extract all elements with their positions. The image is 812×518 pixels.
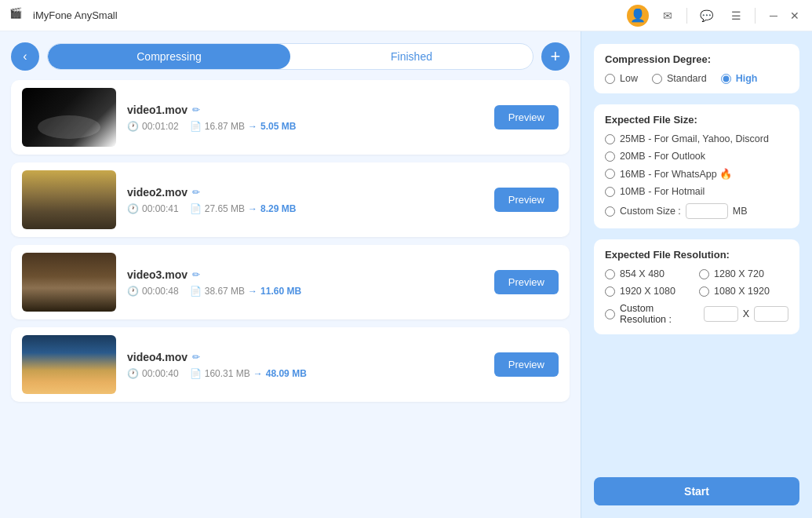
size-20mb-radio[interactable] [605,151,615,162]
custom-res-width-input[interactable] [704,306,738,322]
res-1920x1080-radio[interactable] [605,286,615,297]
size-unit-label: MB [733,206,748,217]
video-name-row-2: video2.mov ✏ [127,186,483,199]
back-button[interactable]: ‹ [11,42,39,71]
table-row: video4.mov ✏ 🕐 00:00:40 📄 160.31 MB → 48… [11,327,570,402]
size-25mb[interactable]: 25MB - For Gmail, Yahoo, Discord [605,133,788,144]
size-10mb-label: 10MB - For Hotmail [620,186,705,197]
size-custom-radio[interactable] [605,206,615,217]
size-custom-label: Custom Size : [620,206,681,217]
compression-degree-title: Compression Degree: [605,53,788,65]
mail-icon[interactable]: ✉ [657,5,679,27]
video-thumbnail-3 [22,253,116,312]
res-854x480-radio[interactable] [605,269,615,279]
res-1080x1920-radio[interactable] [699,286,709,297]
menu-icon[interactable]: ☰ [725,5,747,27]
res-1280x720-label: 1280 X 720 [714,268,764,279]
arrow-icon-2: → [248,203,257,214]
close-button[interactable]: ✕ [787,8,803,24]
res-1920x1080[interactable]: 1920 X 1080 [605,286,694,297]
compression-standard[interactable]: Standard [652,73,707,84]
video-thumbnail-1 [22,88,116,147]
video-name-2: video2.mov [127,186,188,199]
size-20mb[interactable]: 20MB - For Outlook [605,151,788,162]
res-custom-radio[interactable] [605,309,615,319]
size-1: 📄 16.87 MB → 5.05 MB [190,121,297,132]
res-854x480[interactable]: 854 X 480 [605,268,694,279]
size-16mb[interactable]: 16MB - For WhatsApp 🔥 [605,168,788,180]
res-1920x1080-label: 1920 X 1080 [620,286,675,297]
preview-button-3[interactable]: Preview [494,270,559,294]
video-info-2: video2.mov ✏ 🕐 00:00:41 📄 27.65 MB → 8.2… [127,186,483,214]
arrow-icon-3: → [248,286,257,297]
minimize-button[interactable]: ─ [766,8,781,24]
res-1080x1920[interactable]: 1080 X 1920 [699,286,788,297]
edit-icon-1[interactable]: ✏ [192,104,200,115]
add-button[interactable]: + [541,42,570,71]
duration-2: 🕐 00:00:41 [127,203,179,214]
right-panel: Compression Degree: Low Standard High Ex… [581,31,812,518]
divider2 [755,8,756,24]
divider [686,8,687,24]
compression-low[interactable]: Low [605,73,638,84]
custom-size-input[interactable] [686,203,728,219]
res-1280x720-radio[interactable] [699,269,709,279]
table-row: video1.mov ✏ 🕐 00:01:02 📄 16.87 MB → 5.0… [11,80,570,155]
left-panel: ‹ Compressing Finished + video1.mov ✏ [0,31,581,518]
preview-button-1[interactable]: Preview [494,105,559,130]
table-row: video2.mov ✏ 🕐 00:00:41 📄 27.65 MB → 8.2… [11,162,570,237]
titlebar: 🎬 iMyFone AnySmall 👤 ✉ 💬 ☰ ─ ✕ [0,0,812,31]
file-icon-2: 📄 [190,203,202,214]
resolution-options: 854 X 480 1280 X 720 1920 X 1080 1080 X … [605,268,788,325]
chat-icon[interactable]: 💬 [695,5,717,27]
res-x-label: X [743,308,749,319]
preview-button-2[interactable]: Preview [494,188,559,212]
video-thumbnail-4 [22,335,116,394]
titlebar-right: 👤 ✉ 💬 ☰ ─ ✕ [627,5,803,27]
edit-icon-4[interactable]: ✏ [192,352,200,363]
compression-low-radio[interactable] [605,74,615,84]
duration-4: 🕐 00:00:40 [127,368,179,379]
video-name-row-4: video4.mov ✏ [127,351,483,363]
size-custom[interactable]: Custom Size : MB [605,203,788,219]
video-info-1: video1.mov ✏ 🕐 00:01:02 📄 16.87 MB → 5.0… [127,104,483,132]
size-3: 📄 38.67 MB → 11.60 MB [190,286,301,297]
video-name-3: video3.mov [127,268,188,281]
expected-file-size-title: Expected File Size: [605,114,788,126]
edit-icon-3[interactable]: ✏ [192,269,200,280]
edit-icon-2[interactable]: ✏ [192,187,200,198]
custom-resolution-row: Custom Resolution : X [605,303,788,325]
tab-compressing[interactable]: Compressing [48,44,290,69]
preview-button-4[interactable]: Preview [494,352,559,377]
clock-icon-4: 🕐 [127,368,139,379]
size-20mb-label: 20MB - For Outlook [620,151,705,162]
compression-high-radio[interactable] [721,74,731,84]
start-button[interactable]: Start [594,477,799,505]
size-2: 📄 27.65 MB → 8.29 MB [190,203,297,214]
video-name-row-3: video3.mov ✏ [127,268,483,281]
size-4: 📄 160.31 MB → 48.09 MB [190,368,307,379]
compression-degree-options: Low Standard High [605,73,788,84]
video-name-4: video4.mov [127,351,188,363]
res-1280x720[interactable]: 1280 X 720 [699,268,788,279]
size-10mb-radio[interactable] [605,187,615,197]
custom-res-height-input[interactable] [754,306,788,322]
compression-high[interactable]: High [721,73,758,84]
size-25mb-radio[interactable] [605,134,615,144]
duration-3: 🕐 00:00:48 [127,286,179,297]
window-controls: ─ ✕ [766,8,803,24]
size-10mb[interactable]: 10MB - For Hotmail [605,186,788,197]
size-16mb-radio[interactable] [605,169,615,179]
app-logo-icon: 🎬 [9,7,27,24]
compression-standard-radio[interactable] [652,74,662,84]
tab-finished[interactable]: Finished [290,44,533,69]
video-thumbnail-2 [22,170,116,229]
main-layout: ‹ Compressing Finished + video1.mov ✏ [0,31,812,518]
custom-resolution-label: Custom Resolution : [620,303,699,325]
app-title: iMyFone AnySmall [33,9,118,21]
top-bar: ‹ Compressing Finished + [11,42,570,71]
video-name-1: video1.mov [127,104,188,116]
avatar-icon[interactable]: 👤 [627,5,649,27]
arrow-icon-1: → [248,121,257,132]
arrow-icon-4: → [253,368,263,379]
